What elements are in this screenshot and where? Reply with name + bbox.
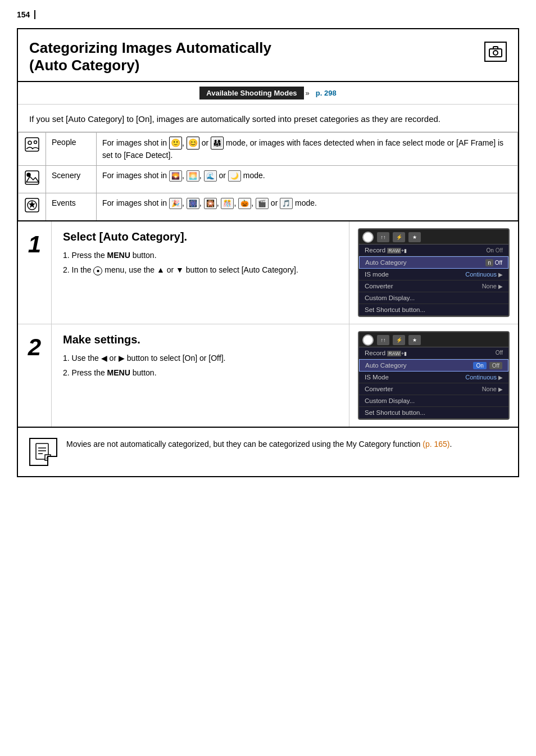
title-text: Categorizing Images Automatically (Auto … (29, 39, 271, 74)
shooting-modes-page-link[interactable]: p. 298 (316, 89, 337, 97)
menu-tab-tt: ↑↑ (377, 232, 389, 242)
events-icon-cell (19, 193, 46, 221)
camera-menu-1: ↑↑ ⚡ ★ Record RAW+▮ On Off Auto Category… (358, 228, 510, 317)
main-content-box: Categorizing Images Automatically (Auto … (17, 28, 519, 477)
people-name-cell: People (46, 132, 97, 165)
note-box: A Movies are not automatically categoriz… (18, 428, 518, 476)
event-icon4: 🎊 (221, 198, 234, 209)
table-row: People For images shot in 🙂, 😊 or 👨‍👩‍👧 … (19, 132, 518, 165)
title-section: Categorizing Images Automatically (Auto … (18, 29, 518, 82)
menu-2-tab-star: ★ (408, 335, 421, 345)
events-name-cell: Events (46, 193, 97, 221)
note-text-before: Movies are not automatically categorized… (66, 440, 423, 449)
event-icon6: 🎬 (256, 198, 269, 209)
menu-2-ismode-value: Continuous ▶ (465, 374, 503, 381)
step-1-instruction-2: 2. In the ● menu, use the ▲ or ▼ button … (63, 264, 338, 276)
menu-2-tab-flash: ⚡ (393, 335, 405, 345)
note-link[interactable]: (p. 165) (423, 440, 449, 449)
menu-2-autocategory-value: On Off (473, 362, 502, 369)
shooting-modes-label: Available Shooting Modes (199, 87, 303, 99)
note-text-after: . (450, 440, 452, 449)
menu-2-row-autocategory: Auto Category On Off (359, 359, 508, 372)
people-desc-cell: For images shot in 🙂, 😊 or 👨‍👩‍👧 mode, o… (97, 132, 518, 165)
event-icon5: 🎃 (238, 198, 251, 209)
camera-menu-2: ↑↑ ⚡ ★ Record RAW+▮ Off Auto Category On (358, 331, 510, 420)
menu-1-row-custom: Custom Display... (359, 292, 508, 304)
menu-2-record-label: Record RAW+▮ (365, 350, 407, 356)
people-icon-cell (19, 132, 46, 165)
menu-record-value: On Off (486, 247, 503, 253)
steps-container: 1 Select [Auto Category]. 1. Press the M… (18, 221, 518, 428)
step-1-instr1-prefix: 1. Press the (63, 251, 107, 260)
menu-autocategory-value: n Off (485, 259, 502, 266)
menu-2-tab-circle (362, 334, 374, 346)
step-2-row: 2 Make settings. 1. Use the ◀ or ▶ butto… (18, 324, 518, 427)
menu-converter-value: None ▶ (482, 283, 503, 289)
menu-2-row-record: Record RAW+▮ Off (359, 347, 508, 359)
table-row: Scenery For images shot in 🌄, 🌅, 🌊 or 🌙 … (19, 165, 518, 193)
menu-1-row-record: Record RAW+▮ On Off (359, 245, 508, 256)
events-desc-cell: For images shot in 🎉, 🎆, 🎇, 🎊, 🎃, 🎬 or 🎵… (97, 193, 518, 221)
menu-tab-flash: ⚡ (393, 232, 405, 242)
menu-1-row-converter: Converter None ▶ (359, 280, 508, 292)
menu-shortcut-label: Set Shortcut button... (365, 306, 425, 313)
menu-2-record-value: Off (496, 350, 503, 356)
menu-2-tab-tt: ↑↑ (377, 335, 389, 345)
step-1-image: ↑↑ ⚡ ★ Record RAW+▮ On Off Auto Category… (349, 221, 518, 324)
menu-2-tabs: ↑↑ ⚡ ★ (359, 332, 508, 347)
menu-tab-circle (362, 232, 374, 243)
menu-2-autocategory-label: Auto Category (365, 362, 407, 369)
shooting-modes-bar: Available Shooting Modes » p. 298 (18, 82, 518, 105)
mode-icon3: 🌊 (204, 170, 217, 182)
scenery-desc-cell: For images shot in 🌄, 🌅, 🌊 or 🌙 mode. (97, 165, 518, 193)
menu-2-row-custom: Custom Display... (359, 395, 508, 407)
note-icon: A (29, 438, 57, 466)
menu-2-custom-label: Custom Display... (365, 397, 415, 404)
svg-text:A: A (46, 455, 49, 460)
menu-tab-star: ★ (408, 232, 421, 242)
scenery-label: Scenery (52, 171, 80, 180)
menu-1-row-autocategory: Auto Category n Off (359, 256, 508, 269)
intro-text: If you set [Auto Category] to [On], imag… (29, 114, 440, 124)
page: 154 Categorizing Images Automatically (A… (0, 0, 536, 756)
mode-icon1: 🌄 (169, 170, 182, 182)
note-text: Movies are not automatically categorized… (66, 438, 452, 450)
menu-record-label: Record RAW+▮ (365, 247, 407, 253)
menu-2-row-converter: Converter None ▶ (359, 383, 508, 395)
svg-rect-2 (493, 47, 498, 49)
menu-ismode-value: Continuous ▶ (465, 271, 503, 278)
menu-2-converter-value: None ▶ (482, 386, 503, 392)
event-icon7: 🎵 (280, 198, 293, 209)
menu-1-tabs: ↑↑ ⚡ ★ (359, 229, 508, 245)
step-1-number-col: 1 (18, 221, 52, 324)
step-2-instruction-2: 2. Press the MENU button. (63, 366, 338, 379)
event-icon2: 🎆 (187, 198, 199, 209)
mode-icon4: 🌙 (228, 170, 241, 182)
step-2-image: ↑↑ ⚡ ★ Record RAW+▮ Off Auto Category On (349, 324, 518, 427)
event-icon1: 🎉 (169, 198, 182, 209)
record-icon: ● (93, 266, 102, 275)
step-2-number: 2 (28, 336, 41, 359)
svg-point-5 (34, 141, 37, 143)
svg-point-4 (28, 141, 31, 144)
step-1-number: 1 (28, 233, 41, 256)
people-label: People (52, 138, 76, 147)
svg-rect-3 (25, 138, 39, 151)
menu-1-row-ismode: IS mode Continuous ▶ (359, 269, 508, 280)
camera-icon (484, 42, 507, 62)
menu-autocategory-label: Auto Category (365, 259, 407, 266)
step-2-number-col: 2 (18, 324, 52, 427)
intro-paragraph: If you set [Auto Category] to [On], imag… (18, 105, 518, 132)
step-1-content: Select [Auto Category]. 1. Press the MEN… (52, 221, 349, 324)
menu-ismode-label: IS mode (365, 271, 389, 278)
menu-2-shortcut-label: Set Shortcut button... (365, 409, 425, 416)
scenery-icon-cell (19, 165, 46, 193)
face-icon2: 😊 (187, 137, 199, 150)
step-1-instruction-1: 1. Press the MENU button. (63, 249, 338, 261)
menu-1-row-shortcut: Set Shortcut button... (359, 304, 508, 316)
title-line2: (Auto Category) (29, 57, 271, 74)
step-2-content: Make settings. 1. Use the ◀ or ▶ button … (52, 324, 349, 427)
step-2-instr2-suffix: button. (130, 368, 157, 377)
menu-2-row-ismode: IS Mode Continuous ▶ (359, 372, 508, 383)
step-2-instr2-prefix: 2. Press the (63, 368, 107, 377)
